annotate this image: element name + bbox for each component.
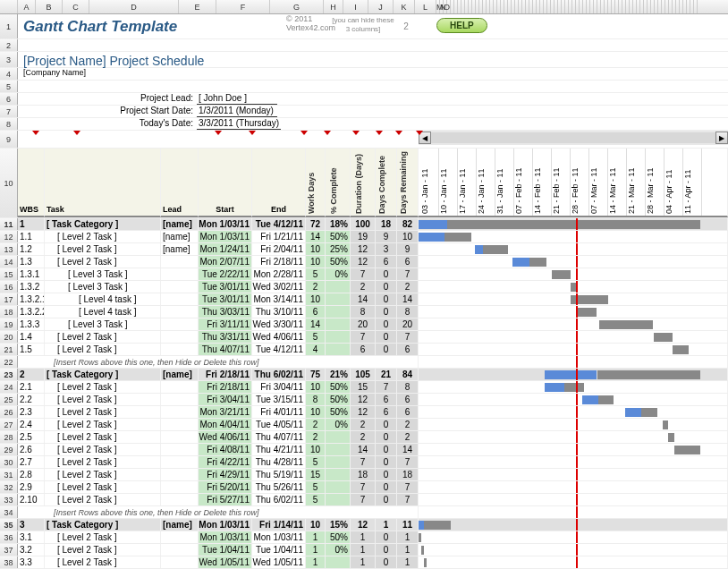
row-number[interactable]: 11	[0, 218, 18, 230]
workdays-cell[interactable]: 10	[306, 519, 326, 531]
pct-cell[interactable]: 0%	[326, 268, 351, 280]
row-number[interactable]: 30	[0, 456, 18, 468]
pct-cell[interactable]	[326, 281, 351, 293]
days-complete-cell[interactable]: 7	[376, 381, 397, 393]
duration-cell[interactable]: 1	[351, 531, 376, 543]
start-cell[interactable]: Tue 3/01/11	[199, 293, 252, 305]
wbs-cell[interactable]: 1.3	[18, 256, 45, 268]
wbs-cell[interactable]: 3.3	[18, 556, 45, 568]
end-cell[interactable]: Thu 5/26/11	[252, 481, 306, 493]
wbs-cell[interactable]: 2	[18, 369, 45, 380]
workdays-cell[interactable]: 2	[306, 419, 326, 430]
workdays-cell[interactable]: 5	[306, 331, 326, 343]
wbs-cell[interactable]: 3	[18, 519, 45, 531]
days-remaining-cell[interactable]: 2	[397, 281, 419, 293]
duration-cell[interactable]: 14	[351, 444, 376, 455]
pct-cell[interactable]	[326, 456, 351, 468]
workdays-cell[interactable]: 4	[306, 344, 326, 355]
start-cell[interactable]: Fri 4/29/11	[199, 469, 252, 480]
duration-cell[interactable]: 100	[351, 218, 376, 230]
duration-cell[interactable]: 7	[351, 494, 376, 505]
days-complete-cell[interactable]: 0	[376, 306, 397, 318]
start-cell[interactable]: Mon 1/03/11	[199, 231, 252, 242]
days-complete-cell[interactable]: 6	[376, 394, 397, 405]
row-number[interactable]: 24	[0, 381, 18, 393]
task-cell[interactable]: [ Level 2 Task ]	[45, 494, 161, 505]
workdays-cell[interactable]: 75	[306, 369, 326, 380]
duration-cell[interactable]: 7	[351, 331, 376, 343]
days-complete-cell[interactable]: 0	[376, 431, 397, 443]
end-cell[interactable]: Wed 4/06/11	[252, 331, 306, 343]
row-number[interactable]: 22	[0, 356, 18, 368]
lead-cell[interactable]	[161, 281, 199, 293]
start-cell[interactable]: Mon 1/24/11	[199, 243, 252, 255]
col-B[interactable]: B	[36, 0, 63, 13]
workdays-cell[interactable]: 10	[306, 406, 326, 418]
start-cell[interactable]: Mon 1/03/11	[199, 519, 252, 531]
end-cell[interactable]: Tue 3/15/11	[252, 394, 306, 405]
wbs-cell[interactable]: 2.1	[18, 381, 45, 393]
start-cell[interactable]: Thu 4/07/11	[199, 344, 252, 355]
days-complete-cell[interactable]: 18	[376, 218, 397, 230]
lead-cell[interactable]	[161, 344, 199, 355]
days-remaining-cell[interactable]: 1	[397, 556, 419, 568]
pct-cell[interactable]: 50%	[326, 394, 351, 405]
duration-cell[interactable]: 12	[351, 243, 376, 255]
workdays-cell[interactable]: 10	[306, 293, 326, 305]
duration-cell[interactable]: 19	[351, 231, 376, 242]
end-cell[interactable]: Thu 5/19/11	[252, 469, 306, 480]
end-cell[interactable]: Wed 3/02/11	[252, 281, 306, 293]
row-number[interactable]: 35	[0, 519, 18, 531]
days-remaining-cell[interactable]: 1	[397, 531, 419, 543]
days-remaining-cell[interactable]: 14	[397, 444, 419, 455]
lead-cell[interactable]: [name]	[161, 519, 199, 531]
col-K[interactable]: K	[394, 0, 415, 13]
task-cell[interactable]: [ Level 2 Task ]	[45, 243, 161, 255]
end-cell[interactable]: Thu 4/07/11	[252, 431, 306, 443]
task-cell[interactable]: [ Level 2 Task ]	[45, 406, 161, 418]
end-cell[interactable]: Tue 4/05/11	[252, 419, 306, 430]
task-cell[interactable]: [ Level 2 Task ]	[45, 481, 161, 493]
lead-cell[interactable]	[161, 318, 199, 330]
end-cell[interactable]: Fri 1/14/11	[252, 519, 306, 531]
row-number[interactable]: 19	[0, 318, 18, 330]
row-number[interactable]: 23	[0, 369, 18, 380]
pct-cell[interactable]: 50%	[326, 531, 351, 543]
end-cell[interactable]: Fri 2/04/11	[252, 243, 306, 255]
task-cell[interactable]: [ Level 2 Task ]	[45, 419, 161, 430]
lead-cell[interactable]	[161, 306, 199, 318]
lead-cell[interactable]	[161, 419, 199, 430]
wbs-cell[interactable]: 1.3.2.1	[18, 293, 45, 305]
lead-cell[interactable]: [name]	[161, 243, 199, 255]
start-cell[interactable]: Fri 5/27/11	[199, 494, 252, 505]
workdays-cell[interactable]: 5	[306, 494, 326, 505]
duration-cell[interactable]: 105	[351, 369, 376, 380]
start-cell[interactable]: Thu 3/31/11	[199, 331, 252, 343]
wbs-cell[interactable]: 1.1	[18, 231, 45, 242]
days-complete-cell[interactable]: 0	[376, 344, 397, 355]
row-number[interactable]: 20	[0, 331, 18, 343]
col-A[interactable]: A	[18, 0, 36, 13]
days-remaining-cell[interactable]: 7	[397, 481, 419, 493]
task-cell[interactable]: [ Level 2 Task ]	[45, 456, 161, 468]
lead-value[interactable]: [ John Doe ]	[197, 93, 277, 105]
days-remaining-cell[interactable]: 2	[397, 419, 419, 430]
start-cell[interactable]: Wed 1/05/11	[199, 556, 252, 568]
wbs-cell[interactable]: 2.5	[18, 431, 45, 443]
start-cell[interactable]: Fri 2/18/11	[199, 369, 252, 380]
days-complete-cell[interactable]: 3	[376, 243, 397, 255]
lead-cell[interactable]	[161, 381, 199, 393]
task-cell[interactable]: [ Level 3 Task ]	[45, 268, 161, 280]
task-cell[interactable]: [ Level 2 Task ]	[45, 231, 161, 242]
lead-cell[interactable]	[161, 256, 199, 268]
workdays-cell[interactable]: 10	[306, 444, 326, 455]
row-number[interactable]: 38	[0, 556, 18, 568]
row-number[interactable]: 17	[0, 293, 18, 305]
task-cell[interactable]: [ Task Category ]	[45, 218, 161, 230]
pct-cell[interactable]	[326, 293, 351, 305]
task-cell[interactable]: [ Level 2 Task ]	[45, 381, 161, 393]
row-number[interactable]: 37	[0, 544, 18, 556]
pct-cell[interactable]: 25%	[326, 243, 351, 255]
days-remaining-cell[interactable]: 6	[397, 406, 419, 418]
pct-cell[interactable]	[326, 469, 351, 480]
